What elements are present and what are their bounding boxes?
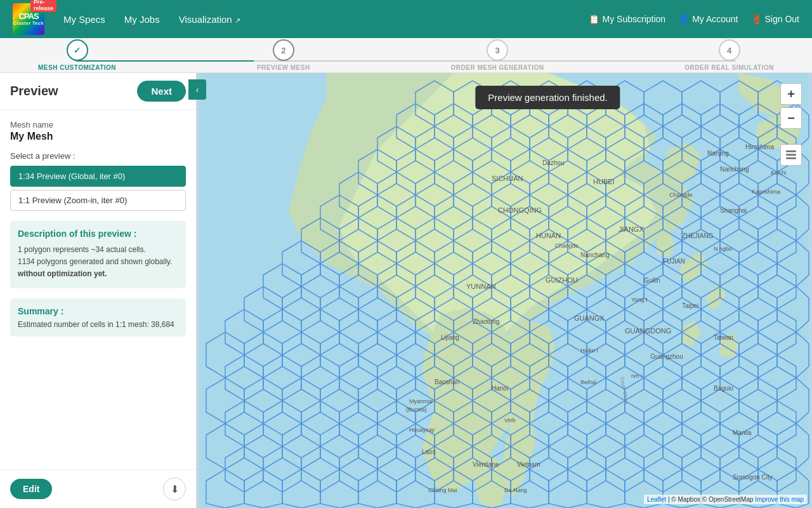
svg-text:Laos: Laos	[422, 448, 436, 455]
map-svg: SICHUAN Dazhou HUBEI CHONGQING HUNAN JIA…	[197, 73, 812, 508]
pre-release-badge: Pre-release	[30, 0, 56, 12]
svg-text:FUJIAN: FUJIAN	[663, 258, 685, 265]
svg-text:Taiwan: Taiwan	[714, 334, 733, 341]
svg-text:nm i: nm i	[631, 373, 642, 379]
svg-text:Nanchang: Nanchang	[580, 251, 610, 258]
step-2-label: PREVIEW MESH	[257, 64, 310, 71]
svg-text:Hiroshima: Hiroshima	[745, 144, 774, 150]
svg-text:GUIZHOU: GUIZHOU	[546, 276, 578, 284]
map-area[interactable]: SICHUAN Dazhou HUBEI CHONGQING HUNAN JIA…	[197, 73, 812, 508]
step-2: 2 PREVIEW MESH	[257, 39, 310, 71]
layers-button[interactable]	[780, 144, 802, 166]
svg-text:Taipei: Taipei	[682, 302, 698, 309]
nav-my-jobs[interactable]: My Jobs	[124, 14, 160, 25]
sidebar: Preview Next ‹ Mesh name My Mesh Select …	[0, 73, 197, 508]
header-left: CPAS Cluster Tech Pre-release My Specs M…	[13, 3, 240, 35]
step-4-circle: 4	[719, 39, 740, 61]
toast-notification: Preview generation finished.	[475, 86, 620, 109]
improve-map-link[interactable]: Improve this map	[755, 496, 804, 503]
leaflet-link[interactable]: Leaflet	[647, 496, 666, 503]
download-button[interactable]: ⬇	[163, 478, 186, 500]
svg-text:Beihai: Beihai	[580, 379, 596, 385]
svg-text:Manila: Manila	[733, 429, 752, 436]
summary-text: Estimated number of cells in 1:1 mesh: 3…	[18, 320, 178, 329]
zoom-out-button[interactable]: −	[780, 107, 802, 129]
stepper: ✓ MESH CUSTOMIZATION 2 PREVIEW MESH 3 OR…	[0, 38, 812, 73]
step-1-label: MESH CUSTOMIZATION	[38, 64, 116, 71]
svg-text:Nanchang: Nanchang	[720, 166, 749, 173]
svg-text:Changde: Changde	[669, 192, 693, 198]
svg-text:Zhaotong: Zhaotong	[473, 318, 499, 325]
svg-text:Changde: Changde	[555, 243, 579, 249]
svg-text:Dazhou: Dazhou	[542, 159, 564, 166]
mesh-name-label: Mesh name	[10, 120, 186, 130]
svg-text:Shanghai: Shanghai	[720, 207, 747, 214]
nav-my-specs[interactable]: My Specs	[63, 14, 105, 25]
svg-text:Sorsogon City: Sorsogon City	[733, 474, 773, 481]
svg-text:Koichi: Koichi	[771, 170, 787, 176]
svg-rect-305	[786, 150, 796, 152]
mesh-name-value: My Mesh	[10, 131, 186, 142]
summary-box: Summary : Estimated number of cells in 1…	[10, 298, 186, 337]
subscription-icon: 📋	[589, 14, 599, 24]
sidebar-footer: Edit ⬇	[0, 469, 196, 508]
sign-out-link[interactable]: 🚪 Sign Out	[751, 14, 799, 24]
nav-visualization[interactable]: Visualization	[179, 14, 240, 25]
svg-text:SICHUAN: SICHUAN	[492, 175, 523, 182]
main-area: Preview Next ‹ Mesh name My Mesh Select …	[0, 73, 812, 508]
svg-text:Vientiane: Vientiane	[473, 461, 499, 468]
svg-text:JIANGX: JIANGX	[619, 225, 644, 233]
layers-icon	[785, 149, 797, 161]
preview-title: Preview	[10, 84, 58, 98]
preview-option-1[interactable]: 1:34 Preview (Global, iter #0)	[10, 166, 186, 187]
map-attribution: Leaflet | © Mapbox © OpenStreetMap Impro…	[644, 495, 807, 504]
description-title: Description of this preview :	[18, 229, 178, 239]
svg-text:Vinh: Vinh	[504, 417, 516, 424]
svg-text:Haiko i: Haiko i	[580, 347, 598, 354]
svg-text:Yong t: Yong t	[631, 297, 648, 303]
sidebar-content: Mesh name My Mesh Select a preview : 1:3…	[0, 110, 196, 469]
step-3: 3 ORDER MESH GENERATION	[451, 39, 544, 71]
select-preview-label: Select a preview :	[10, 151, 186, 161]
step-3-circle: 3	[487, 39, 508, 61]
svg-rect-307	[786, 157, 796, 159]
edit-button[interactable]: Edit	[10, 479, 52, 499]
zoom-in-button[interactable]: +	[780, 83, 802, 105]
svg-text:YUNNAN: YUNNAN	[466, 283, 496, 290]
svg-text:Hanoi: Hanoi	[492, 385, 508, 392]
summary-title: Summary :	[18, 306, 178, 316]
collapse-icon: ‹	[196, 84, 199, 95]
svg-text:Houayxay: Houayxay	[409, 427, 435, 433]
preview-header: Preview Next	[0, 73, 196, 110]
svg-text:Kagoshima: Kagoshima	[752, 189, 780, 195]
svg-text:Lijiang: Lijiang	[441, 334, 459, 341]
map-controls: + −	[780, 83, 802, 166]
step-4-label: ORDER REAL SIMULATION	[684, 64, 774, 71]
svg-rect-306	[786, 154, 796, 156]
my-account-link[interactable]: 👤 My Account	[678, 14, 738, 24]
svg-text:GUANGDONG: GUANGDONG	[625, 327, 671, 335]
app-header: CPAS Cluster Tech Pre-release My Specs M…	[0, 0, 812, 38]
svg-text:(Burma): (Burma)	[406, 406, 427, 413]
step-1: ✓ MESH CUSTOMIZATION	[38, 39, 116, 71]
svg-text:Baoshan: Baoshan	[435, 378, 459, 385]
svg-text:CHONGQING: CHONGQING	[498, 206, 542, 214]
collapse-button[interactable]: ‹	[188, 79, 206, 100]
sign-out-icon: 🚪	[751, 14, 762, 24]
description-text: 1 polygon represents ~34 actual cells. 1…	[18, 244, 178, 281]
svg-text:ZHEJIANG: ZHEJIANG	[682, 232, 714, 239]
svg-text:Myanmar: Myanmar	[409, 398, 433, 404]
svg-text:N ngbo: N ngbo	[714, 246, 732, 252]
account-icon: 👤	[678, 14, 689, 24]
step-4: 4 ORDER REAL SIMULATION	[684, 39, 774, 71]
description-box: Description of this preview : 1 polygon …	[10, 221, 186, 288]
my-subscription-link[interactable]: 📋 My Subscription	[589, 14, 666, 24]
svg-text:Nanjing: Nanjing	[707, 150, 729, 157]
svg-text:Baguio: Baguio	[714, 385, 734, 392]
svg-text:GUANGX: GUANGX	[574, 314, 605, 322]
svg-text:Guilin: Guilin	[644, 277, 660, 284]
svg-text:Guangzhou: Guangzhou	[650, 353, 683, 360]
next-button[interactable]: Next	[137, 81, 186, 102]
preview-option-2[interactable]: 1:1 Preview (Zoom-in, iter #0)	[10, 190, 186, 211]
logo-area: CPAS Cluster Tech Pre-release	[13, 3, 44, 35]
